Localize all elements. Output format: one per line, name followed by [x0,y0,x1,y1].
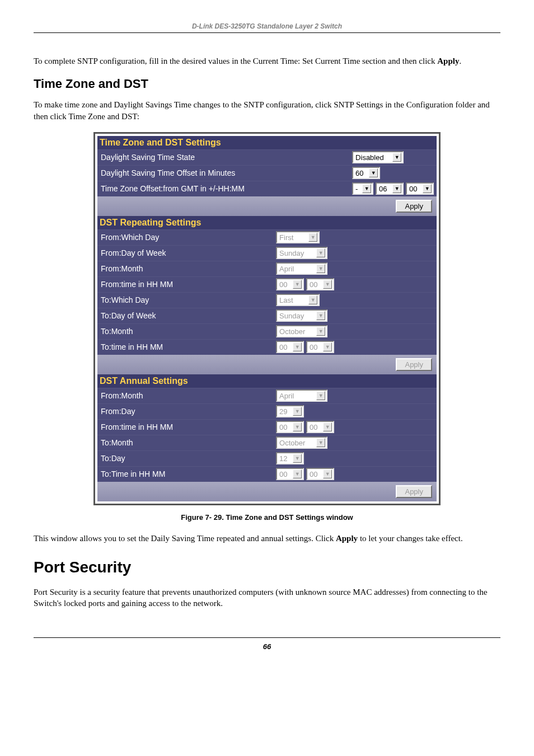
paragraph-sntp-complete: To complete SNTP configuration, fill in … [34,55,500,67]
select-value: October [279,327,315,336]
row-to-month: To:Month October ▼ [97,323,437,339]
row-ann-from-day: From:Day 29 ▼ [97,403,437,419]
label: From:Month [97,389,274,402]
page-header: D-Link DES-3250TG Standalone Layer 2 Swi… [34,22,500,33]
row-from-which-day: From:Which Day First ▼ [97,229,437,245]
page-number: 66 [34,637,500,651]
select-dst-offset[interactable]: 60 ▼ [352,167,380,179]
select-value: First [279,233,307,242]
chevron-down-icon: ▼ [293,422,302,431]
section-header-tz-dst: Time Zone and DST Settings [97,136,437,149]
select-value: Disabled [355,153,391,162]
select-value: 00 [279,280,292,289]
select-value: Sunday [279,249,315,257]
apply-button-1[interactable]: Apply [396,200,432,213]
select-from-which-day: First ▼ [276,231,320,243]
select-gmt-hh[interactable]: 06 ▼ [376,182,404,195]
chevron-down-icon[interactable]: ▼ [369,168,378,177]
select-value: 12 [279,454,292,463]
chevron-down-icon: ▼ [323,342,332,351]
select-value: 00 [310,280,322,289]
row-from-day-of-week: From:Day of Week Sunday ▼ [97,245,437,261]
label: From:Day [97,405,274,417]
select-to-dow: Sunday ▼ [276,309,327,322]
chevron-down-icon: ▼ [293,454,302,463]
chevron-down-icon: ▼ [316,248,325,257]
select-value: 00 [310,423,322,431]
row-dst-offset: Daylight Saving Time Offset in Minutes 6… [97,165,437,181]
row-to-time: To:time in HH MM 00 ▼ 00 ▼ [97,339,437,355]
chevron-down-icon: ▼ [308,233,317,242]
label: To:time in HH MM [97,341,274,353]
label: To:Time in HH MM [97,468,274,480]
apply-button-3: Apply [396,485,432,498]
row-ann-to-month: To:Month October ▼ [97,435,437,450]
select-ann-to-mm: 00 ▼ [306,468,334,480]
select-value: - [355,185,361,193]
chevron-down-icon[interactable]: ▼ [392,153,401,162]
chevron-down-icon[interactable]: ▼ [362,184,371,193]
row-to-day-of-week: To:Day of Week Sunday ▼ [97,308,437,323]
section-header-dst-annual: DST Annual Settings [97,374,437,388]
label: To:Day of Week [97,309,274,322]
select-value: 60 [355,169,368,177]
chevron-down-icon: ▼ [293,407,302,416]
select-value: April [279,265,315,273]
label: To:Day [97,452,274,464]
select-ann-from-hh: 00 ▼ [276,421,304,433]
chevron-down-icon: ▼ [316,391,325,400]
row-to-which-day: To:Which Day Last ▼ [97,292,437,308]
paragraph-port-security: Port Security is a security feature that… [34,586,500,609]
chevron-down-icon: ▼ [323,422,332,431]
select-ann-from-month: April ▼ [276,389,327,402]
chevron-down-icon: ▼ [293,280,302,289]
select-value: 00 [409,185,421,193]
chevron-down-icon: ▼ [316,327,325,336]
figure-caption: Figure 7- 29. Time Zone and DST Settings… [34,513,500,522]
chevron-down-icon[interactable]: ▼ [392,184,401,193]
text-bold: Apply [336,534,358,543]
select-value: 00 [279,470,292,478]
row-ann-from-month: From:Month April ▼ [97,388,437,403]
chevron-down-icon: ▼ [293,342,302,351]
select-gmt-mm[interactable]: 00 ▼ [406,182,434,195]
select-value: October [279,439,315,447]
select-value: Sunday [279,312,315,320]
select-to-which-day: Last ▼ [276,294,320,306]
select-value: Last [279,296,307,304]
text: To complete SNTP configuration, fill in … [34,57,437,65]
text-bold: Apply [437,57,459,65]
select-value: 00 [310,470,322,478]
chevron-down-icon: ▼ [316,438,325,447]
select-value: 00 [279,423,292,431]
chevron-down-icon: ▼ [316,264,325,273]
select-gmt-sign[interactable]: - ▼ [352,182,373,195]
section-header-dst-repeating: DST Repeating Settings [97,216,437,229]
row-from-month: From:Month April ▼ [97,261,437,276]
apply-button-2: Apply [396,358,432,371]
label: From:time in HH MM [97,421,274,433]
row-dst-state: Daylight Saving Time State Disabled ▼ [97,149,437,165]
heading-port-security: Port Security [34,558,500,576]
label: From:Which Day [97,231,274,243]
select-value: 00 [310,343,322,351]
select-to-mm: 00 ▼ [306,341,334,353]
settings-panel: Time Zone and DST Settings Daylight Savi… [93,132,441,505]
select-ann-from-mm: 00 ▼ [306,421,334,433]
text: . [459,57,461,65]
chevron-down-icon: ▼ [293,469,302,478]
select-from-month: April ▼ [276,262,327,275]
apply-row-2: Apply [97,355,437,374]
chevron-down-icon: ▼ [323,469,332,478]
paragraph-tz-intro: To make time zone and Daylight Savings T… [34,99,500,122]
chevron-down-icon[interactable]: ▼ [423,184,432,193]
select-dst-state[interactable]: Disabled ▼ [352,151,404,163]
select-from-dow: Sunday ▼ [276,247,327,259]
select-to-hh: 00 ▼ [276,341,304,353]
label-gmt-offset: Time Zone Offset:from GMT in +/-HH:MM [97,182,274,195]
apply-row-3: Apply [97,482,437,501]
label: To:Month [97,325,274,337]
select-ann-to-day: 12 ▼ [276,452,304,464]
row-ann-to-time: To:Time in HH MM 00 ▼ 00 ▼ [97,466,437,482]
chevron-down-icon: ▼ [323,280,332,289]
